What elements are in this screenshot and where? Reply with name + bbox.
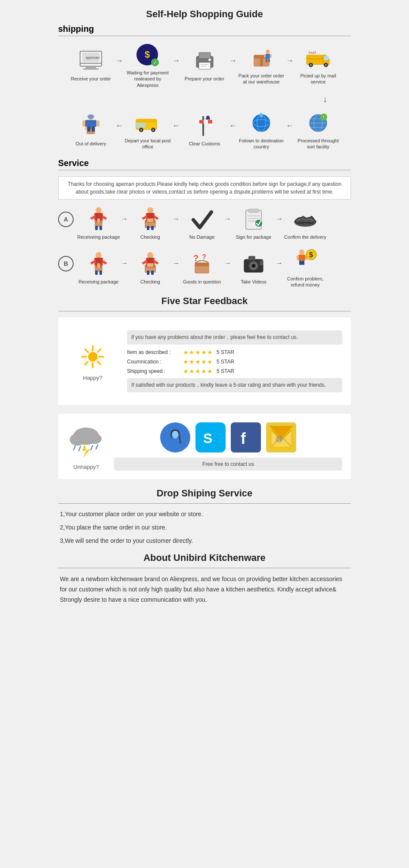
service-items-a: Receiveing package → [77, 206, 351, 240]
flow-label-receive: Receive your order [71, 76, 111, 82]
service-description: Thanks for choosing apeman products.Plea… [58, 176, 351, 200]
flow-item-depart: Depart your local post office [124, 110, 171, 150]
svg-rect-3 [83, 68, 99, 70]
svg-text:$: $ [309, 251, 313, 259]
svg-rect-42 [136, 119, 157, 123]
svg-rect-113 [195, 263, 209, 266]
service-label-nodamage: No Damage [189, 234, 215, 240]
service-item-check-b: Checking [129, 251, 172, 285]
flow-label-outdelivery: Out of delivery [76, 141, 106, 147]
sun-icon: ☀ [67, 342, 118, 373]
customs-icon [189, 113, 220, 139]
svg-text:S: S [203, 431, 212, 446]
service-label-receive-a: Receiveing package [77, 234, 120, 240]
globe-destination-icon [246, 110, 276, 136]
pkg-person-b-icon [85, 251, 113, 277]
svg-rect-51 [212, 120, 214, 123]
svg-point-25 [310, 64, 312, 66]
svg-rect-110 [147, 271, 149, 275]
five-star-title: Five Star Feedback [58, 295, 351, 307]
pkg-person-a-icon [85, 206, 113, 232]
shipping-row-2: Out of delivery ← [58, 110, 351, 150]
service-label-refund: Confirm problem, refund money [284, 276, 327, 288]
flow-item-destination: Folown to destination country [238, 110, 285, 150]
svg-rect-109 [147, 263, 153, 267]
flow-label-facility: Processed throught sort facility [294, 138, 342, 150]
handshake-icon [291, 206, 319, 232]
svg-rect-87 [248, 215, 260, 216]
signpkg-icon [240, 206, 268, 232]
svg-rect-47 [202, 116, 204, 136]
svg-point-75 [147, 207, 153, 213]
flow-item-pack: Pack your order order at our warehouse [238, 45, 285, 85]
svg-text:@: @ [276, 434, 283, 443]
deliveryman-icon [76, 113, 106, 139]
contact-row-icons: S f [114, 422, 342, 452]
svg-marker-105 [155, 260, 159, 265]
s-arrow-a1: → [121, 215, 128, 223]
service-label-receive-b: Receiving package [79, 279, 119, 285]
monitor-icon: apeman [76, 48, 106, 74]
svg-rect-144 [179, 442, 182, 443]
svg-point-102 [147, 252, 153, 258]
svg-rect-20 [268, 59, 270, 62]
svg-rect-35 [83, 120, 85, 126]
rating-label-3: Shipping speed : [127, 368, 183, 374]
unhappy-box: Unhappy? [58, 414, 351, 479]
service-items-b: Receiving package → [77, 248, 351, 288]
service-label-confirm-a: Confirm the delivery [284, 234, 326, 240]
drop-shipping-title: Drop Shiping Service [58, 488, 351, 499]
service-label-camera: Take Videos [241, 279, 266, 285]
flow-item-facility: ↑ Processed throught sort facility [294, 110, 342, 150]
five-star-section: Five Star Feedback ☀ Happy? if you have … [58, 295, 351, 479]
service-item-refund: $ Confirm problem, refund money [284, 248, 327, 288]
svg-rect-84 [151, 226, 154, 230]
svg-point-92 [96, 252, 102, 258]
svg-line-139 [96, 445, 98, 449]
svg-marker-95 [103, 260, 107, 265]
arrow-down: ↓ [58, 94, 351, 104]
svg-rect-14 [260, 55, 263, 66]
svg-rect-99 [97, 263, 100, 268]
about-text: We are a newborn kitchenware brand on Al… [58, 574, 351, 605]
shipping-row-1: apeman Receive your order → $ ✓ Waiting … [58, 42, 351, 88]
main-title: Self-Help Shopping Guide [58, 9, 351, 20]
svg-rect-7 [199, 52, 211, 58]
happy-label: Happy? [67, 375, 118, 381]
shipping-header: shipping [58, 24, 351, 34]
svg-rect-2 [86, 66, 96, 68]
svg-rect-128 [299, 261, 302, 265]
svg-rect-38 [87, 126, 90, 132]
checking-a-icon [136, 206, 164, 232]
svg-rect-74 [99, 226, 102, 230]
arrow-2: → [172, 56, 180, 65]
svg-text:?: ? [202, 253, 206, 261]
flow-item-outdelivery: Out of delivery [67, 113, 115, 147]
about-section: About Unibird Kitchenware We are a newbo… [58, 552, 351, 605]
support-icon [160, 422, 190, 452]
svg-rect-73 [95, 226, 98, 230]
svg-point-15 [266, 49, 270, 54]
svg-point-65 [96, 207, 102, 213]
unhappy-left: Unhappy? [67, 423, 105, 470]
rating-row-3: Shipping speed : ★★★★★ 5 STAR [127, 368, 342, 375]
svg-marker-78 [155, 215, 159, 220]
drop-item-1: 1,Your customer place order on your webs… [60, 510, 349, 519]
svg-point-44 [140, 129, 142, 131]
service-item-receive-a: Receiveing package [77, 206, 120, 240]
flow-label-pickup: Picied up by mail service [294, 73, 342, 85]
shipping-section: shipping apeman [58, 24, 351, 150]
svg-text:apeman: apeman [86, 55, 100, 60]
svg-point-27 [325, 64, 327, 66]
svg-rect-36 [85, 126, 87, 130]
s-arrow-a4: → [276, 215, 283, 223]
drop-item-2: 2,You place the same order in our store. [60, 523, 349, 532]
flow-item-payment: $ ✓ Waiting for payment realeased by Ali… [124, 42, 171, 88]
svg-rect-88 [248, 218, 260, 219]
flow-label-destination: Folown to destination country [238, 138, 285, 150]
flow-label-customs: Clear Customs [189, 141, 220, 147]
svg-point-91 [294, 218, 316, 227]
payment-icon: $ ✓ [133, 42, 163, 68]
service-header: Service [58, 158, 351, 168]
feedback-message-top: if you have any problems about the order… [127, 330, 342, 345]
